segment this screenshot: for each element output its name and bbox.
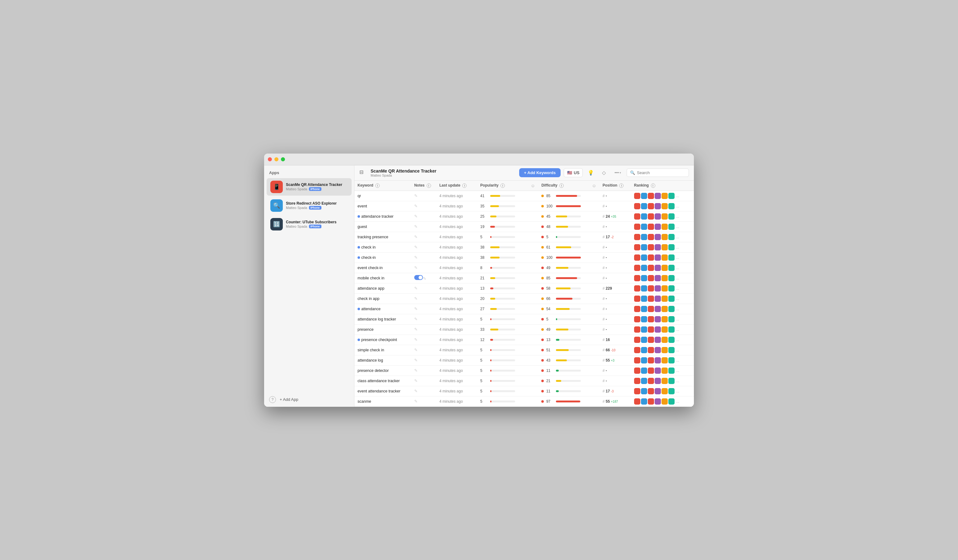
edit-icon[interactable]: ✎ <box>414 224 418 229</box>
position-value: - <box>606 327 607 332</box>
rank-more: ... <box>676 245 679 249</box>
popularity-cell: 21 <box>477 273 528 283</box>
rank-icon <box>655 388 661 394</box>
popularity-bar-fill <box>490 359 492 361</box>
maximize-button[interactable] <box>281 157 285 161</box>
popularity-bar <box>490 349 515 351</box>
position-cell: # - <box>600 242 631 252</box>
edit-icon[interactable]: ✎ <box>414 347 418 352</box>
position-value: - <box>606 225 607 229</box>
difficulty-cell: 85 <box>538 273 588 283</box>
popularity-bar-fill <box>490 370 492 371</box>
rank-icon <box>634 234 640 240</box>
position-value: - <box>606 194 607 198</box>
rank-icon <box>655 213 661 220</box>
position-cell: # - <box>600 273 631 283</box>
diamond-icon[interactable]: ◇ <box>599 168 609 178</box>
difficulty-value: 100 <box>546 255 553 260</box>
content-header: ⊟ ScanMe QR Attendance Tracker Matteo Sp… <box>354 165 694 181</box>
rank-more: ... <box>676 399 679 404</box>
popularity-bar-fill <box>490 308 497 310</box>
rank-icon <box>655 398 661 405</box>
notes-cell: ✎ <box>411 396 436 406</box>
edit-icon[interactable]: ✎ <box>414 378 418 383</box>
popularity-bar <box>490 308 515 310</box>
keyword-info-icon[interactable]: i <box>375 184 380 188</box>
bulb-icon[interactable]: 💡 <box>586 168 596 178</box>
popularity-bar-fill <box>490 216 496 217</box>
edit-icon[interactable]: ✎ <box>414 286 418 290</box>
rank-more: ... <box>676 348 679 352</box>
rank-icon <box>634 357 640 363</box>
edit-icon[interactable]: ✎ <box>414 255 418 260</box>
rank-icon <box>661 193 668 199</box>
difficulty-value: 85 <box>546 194 553 198</box>
edit-icon[interactable]: ✎ <box>414 306 418 311</box>
notes-cell: ✎ <box>411 324 436 335</box>
face-cell-2 <box>588 190 600 201</box>
timestamp-cell: 4 minutes ago <box>436 314 477 324</box>
popularity-bar-fill <box>490 226 495 228</box>
rank-icon <box>641 316 647 322</box>
edit-icon[interactable]: ✎ <box>414 337 418 342</box>
sidebar-item-scanme[interactable]: 📱 ScanMe QR Attendance Tracker Matteo Sp… <box>266 178 352 195</box>
edit-icon[interactable]: ✎ <box>423 276 427 281</box>
ranking-info-icon[interactable]: i <box>651 184 655 188</box>
rank-icon <box>641 357 647 363</box>
rank-icon <box>668 378 674 384</box>
edit-icon[interactable]: ✎ <box>414 214 418 219</box>
ranking-icons: ... <box>634 203 691 209</box>
face-cell-1 <box>528 252 538 263</box>
minimize-button[interactable] <box>274 157 278 161</box>
ranking-icons: ... <box>634 295 691 302</box>
edit-icon[interactable]: ✎ <box>414 296 418 301</box>
edit-icon[interactable]: ✎ <box>414 327 418 332</box>
edit-icon[interactable]: ✎ <box>414 358 418 363</box>
difficulty-info-icon[interactable]: i <box>559 184 564 188</box>
timestamp-cell: 4 minutes ago <box>436 201 477 211</box>
search-input[interactable] <box>637 170 674 175</box>
table-row: qr✎4 minutes ago 41 85 # - ... <box>354 190 694 201</box>
edit-icon[interactable]: ✎ <box>414 235 418 239</box>
edit-icon[interactable]: ✎ <box>414 368 418 373</box>
close-button[interactable] <box>268 157 272 161</box>
popularity-info-icon[interactable]: i <box>501 184 505 188</box>
sidebar-toggle-icon[interactable]: ⊟ <box>359 169 367 177</box>
edit-icon[interactable]: ✎ <box>414 194 418 198</box>
table-row: presence checkpoint✎4 minutes ago 12 13 … <box>354 335 694 345</box>
sidebar-item-store[interactable]: 🔍 Store Redirect ASO Explorer Matteo Spa… <box>266 197 352 214</box>
edit-icon[interactable]: ✎ <box>414 265 418 270</box>
position-info-icon[interactable]: i <box>619 184 623 188</box>
sidebar-item-counter[interactable]: 🔢 Counter: UTube Subscribers Matteo Spad… <box>266 216 352 233</box>
position-value: 229 <box>606 286 612 290</box>
position-cell: # - <box>600 324 631 335</box>
position-value: - <box>606 317 607 321</box>
difficulty-cell: 97 <box>538 396 588 406</box>
country-selector[interactable]: 🇺🇸 US <box>564 168 583 177</box>
notes-cell: ✎ <box>411 304 436 314</box>
rank-icon <box>668 254 674 261</box>
lastupdate-info-icon[interactable]: i <box>462 184 466 188</box>
edit-icon[interactable]: ✎ <box>414 245 418 249</box>
face-cell-2 <box>588 232 600 242</box>
edit-icon[interactable]: ✎ <box>414 317 418 321</box>
edit-icon[interactable]: ✎ <box>414 399 418 404</box>
app-name-store: Store Redirect ASO Explorer <box>286 201 337 206</box>
edit-icon[interactable]: ✎ <box>414 389 418 393</box>
ranking-icons: ... <box>634 285 691 292</box>
toggle-on[interactable] <box>414 275 423 280</box>
popularity-bar-fill <box>490 267 492 269</box>
difficulty-bar <box>556 401 581 402</box>
popularity-bar-fill <box>490 390 492 392</box>
table-row: guest✎4 minutes ago 19 48 # - ... <box>354 221 694 232</box>
difficulty-dot <box>541 349 544 351</box>
add-keywords-button[interactable]: + Add Keywords <box>519 168 561 177</box>
add-app-button[interactable]: + Add App <box>280 397 298 402</box>
edit-icon[interactable]: ✎ <box>414 204 418 208</box>
notes-cell: ✎ <box>411 345 436 355</box>
more-button[interactable]: ••• ▾ <box>612 169 623 177</box>
keyword-table: Keyword i Notes i Last update i Populari… <box>354 181 694 407</box>
help-button[interactable]: ? <box>269 396 276 403</box>
notes-info-icon[interactable]: i <box>427 184 431 188</box>
rank-icon <box>634 254 640 261</box>
